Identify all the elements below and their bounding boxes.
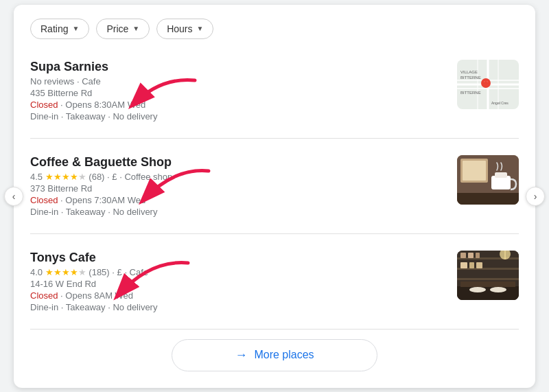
divider-1 [30,138,519,139]
hours-filter-label: Hours [167,23,192,34]
divider-3 [30,329,519,330]
svg-rect-25 [476,253,480,258]
svg-rect-17 [495,172,507,178]
place-thumbnail-coffee-baguette [457,155,519,205]
place-stars-tonys-cafe: ★★★★ [45,267,78,277]
svg-rect-18 [457,193,519,205]
rating-filter-chevron-icon: ▼ [72,25,79,32]
price-filter-label: Price [106,23,128,34]
filters-row: Rating ▼ Price ▼ Hours ▼ [30,19,519,39]
place-sub-supa-sarnies: No reviews · Cafe [30,76,446,87]
place-status-supa-sarnies: Closed [30,100,58,110]
place-services-tonys-cafe: Dine-in · Takeaway · No delivery [30,302,446,312]
place-row-tonys-cafe[interactable]: Tonys Cafe 4.0 ★★★★★ (185) · £ · Cafe 14… [30,244,519,319]
divider-2 [30,233,519,234]
place-rating-coffee-baguette: 4.5 [30,172,43,182]
place-status-tonys-cafe: Closed [30,290,58,301]
place-name-tonys-cafe: Tonys Cafe [30,251,446,265]
place-services-supa-sarnies: Dine-in · Takeaway · No delivery [30,111,446,122]
place-info-supa-sarnies: Supa Sarnies No reviews · Cafe 435 Bitte… [30,60,446,122]
place-hours-tonys-cafe: Closed · Opens 8AM Wed [30,290,446,301]
svg-point-34 [490,287,506,292]
svg-rect-30 [460,281,515,287]
svg-rect-28 [476,262,482,268]
svg-rect-27 [469,262,474,268]
place-reviews-tonys-cafe: (185) · £ · Cafe [89,267,148,277]
place-address-supa-sarnies: 435 Bitterne Rd [30,88,446,98]
price-filter-chevron-icon: ▼ [132,25,139,32]
place-star-empty-coffee: ★ [78,172,86,182]
place-row-coffee-baguette[interactable]: Coffee & Baguette Shop 4.5 ★★★★★ (68) · … [30,148,519,224]
place-status-coffee-baguette: Closed [30,195,58,205]
place-star-empty-tonys: ★ [78,267,86,277]
price-filter-button[interactable]: Price ▼ [96,19,150,39]
svg-point-33 [469,287,486,292]
nav-left-icon: ‹ [12,191,16,202]
place-address-coffee-baguette: 373 Bitterne Rd [30,183,446,194]
place-rating-tonys-cafe: 4.0 [30,267,43,277]
place-name-coffee-baguette: Coffee & Baguette Shop [30,155,446,170]
place-row-supa-sarnies[interactable]: Supa Sarnies No reviews · Cafe 435 Bitte… [30,53,519,128]
svg-text:Angel Cres: Angel Cres [491,101,509,105]
place-address-tonys-cafe: 14-16 W End Rd [30,279,446,289]
place-sub-coffee-baguette: 4.5 ★★★★★ (68) · £ · Coffee shop [30,172,446,182]
place-reviews-supa-sarnies: No reviews [30,76,74,87]
place-thumbnail-tonys-cafe [457,251,519,300]
nav-right-button[interactable]: › [526,187,545,206]
place-info-tonys-cafe: Tonys Cafe 4.0 ★★★★★ (185) · £ · Cafe 14… [30,251,446,312]
more-places-arrow-icon: → [235,348,247,362]
svg-rect-26 [460,262,467,268]
place-sub-tonys-cafe: 4.0 ★★★★★ (185) · £ · Cafe [30,267,446,277]
svg-rect-22 [457,278,519,280]
place-hours-detail-tonys-cafe: · Opens 8AM Wed [60,290,133,301]
results-card: ‹ › Rating ▼ Price ▼ Hours ▼ Supa Sarnie… [14,5,535,388]
place-hours-coffee-baguette: Closed · Opens 7:30AM Wed [30,195,446,205]
place-name-supa-sarnies: Supa Sarnies [30,60,446,74]
hours-filter-button[interactable]: Hours ▼ [156,19,213,39]
svg-text:BITTERNE: BITTERNE [460,91,481,95]
place-thumbnail-supa-sarnies: BITTERNE VILLAGE BITTERNE Angel Cres [457,60,519,109]
rating-filter-button[interactable]: Rating ▼ [30,19,89,39]
svg-rect-24 [468,253,474,258]
svg-text:VILLAGE: VILLAGE [460,70,478,74]
svg-text:BITTERNE: BITTERNE [460,76,481,80]
place-category-supa-sarnies: Cafe [82,76,100,87]
svg-rect-29 [457,286,519,300]
hours-filter-chevron-icon: ▼ [197,25,204,32]
svg-rect-15 [463,161,486,181]
place-info-coffee-baguette: Coffee & Baguette Shop 4.5 ★★★★★ (68) · … [30,155,446,217]
rating-filter-label: Rating [40,23,68,34]
svg-rect-20 [457,257,519,260]
place-services-coffee-baguette: Dine-in · Takeaway · No delivery [30,207,446,217]
place-stars-coffee-baguette: ★★★★ [45,172,78,182]
place-hours-detail-coffee-baguette: · Opens 7:30AM Wed [60,195,145,205]
nav-left-button[interactable]: ‹ [4,187,23,206]
more-places-button[interactable]: → More places [172,339,377,371]
nav-right-icon: › [534,191,537,202]
more-places-label: More places [254,349,314,361]
place-reviews-coffee-baguette: (68) · £ · Coffee shop [89,172,172,182]
place-hours-detail-supa-sarnies: · Opens 8:30AM Wed [60,100,145,110]
svg-rect-23 [460,253,466,258]
place-hours-supa-sarnies: Closed · Opens 8:30AM Wed [30,100,446,110]
